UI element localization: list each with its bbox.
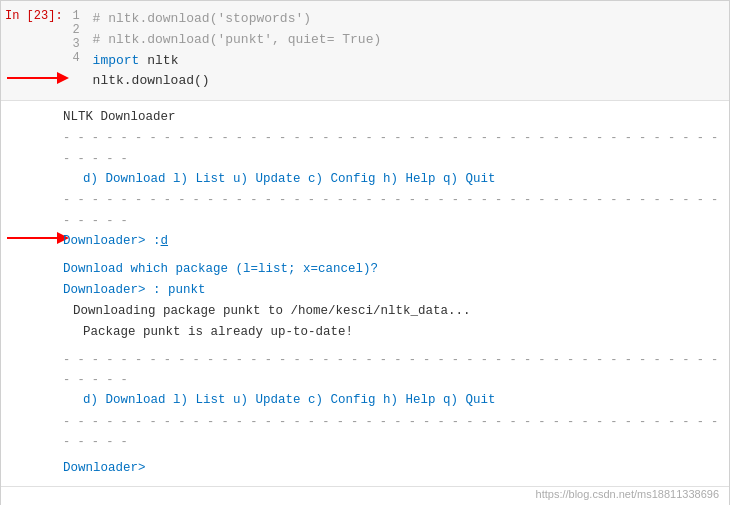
output-divider4: - - - - - - - - - - - - - - - - - - - - … (63, 412, 729, 453)
output-downloading: Downloading package punkt to /home/kesci… (63, 301, 729, 322)
output-prompt3: Downloader> (63, 458, 729, 479)
arrow-prompt1 (5, 229, 70, 255)
output-divider2: - - - - - - - - - - - - - - - - - - - - … (63, 190, 729, 231)
output-menu1: d) Download l) List u) Update c) Config … (63, 169, 729, 190)
line-numbers: 1 2 3 4 (69, 1, 89, 100)
notebook-cell-wrapper: In [23]: 1 2 3 4 # nltk.download('stopwo… (0, 0, 730, 505)
code-line-1: # nltk.download('stopwords') (93, 9, 725, 30)
prompt1-row: Downloader> : d (63, 231, 729, 252)
output-divider3: - - - - - - - - - - - - - - - - - - - - … (63, 350, 729, 391)
output-uptodate: Package punkt is already up-to-date! (63, 322, 729, 343)
code-lines: # nltk.download('stopwords') # nltk.down… (89, 1, 729, 100)
code-line-4: nltk.download() (93, 71, 725, 92)
output-question: Download which package (l=list; x=cancel… (63, 259, 729, 280)
code-line-2: # nltk.download('punkt', quiet= True) (93, 30, 725, 51)
output-menu2: d) Download l) List u) Update c) Config … (63, 390, 729, 411)
cell-input: In [23]: 1 2 3 4 # nltk.download('stopwo… (1, 1, 729, 101)
output-prompt2: Downloader> : punkt (63, 280, 729, 301)
output-prompt1: Downloader> : d (63, 231, 168, 252)
code-line-3: import nltk (93, 51, 725, 72)
arrow-line4 (5, 69, 70, 91)
output-title: NLTK Downloader (63, 107, 729, 128)
red-arrow-svg (5, 69, 70, 87)
output-divider1: - - - - - - - - - - - - - - - - - - - - … (63, 128, 729, 169)
cell-output: NLTK Downloader - - - - - - - - - - - - … (1, 101, 729, 485)
watermark: https://blog.csdn.net/ms18811338696 (536, 488, 719, 500)
red-arrow-svg2 (5, 229, 70, 247)
